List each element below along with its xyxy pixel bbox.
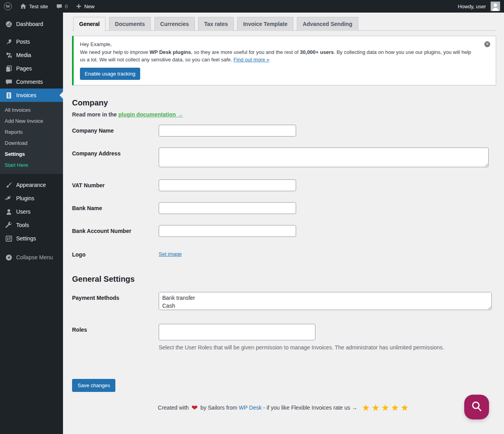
wrench-icon [5,221,13,229]
avatar [491,2,500,11]
submenu-start-here[interactable]: Start Here [0,160,63,171]
submenu-add-new-invoice[interactable]: Add New Invoice [0,116,63,127]
invoice-document-icon [5,91,13,99]
company-form: Company Name Company Address VAT Number … [72,119,496,264]
plus-icon [76,3,82,9]
sidebar-item-posts[interactable]: Posts [0,35,63,48]
tab-tax-rates[interactable]: Tax rates [198,17,233,31]
comments-icon [5,78,13,86]
company-address-textarea[interactable] [159,148,489,167]
company-name-input[interactable] [159,125,296,137]
bank-account-number-row: Bank Account Number [72,220,496,242]
admin-bar-left: W Test site 0 New [0,0,98,13]
howdy-label: Howdy, user [458,4,486,9]
comments-admin-bar-link[interactable]: 0 [52,0,72,13]
find-out-more-link[interactable]: Find out more » [233,57,269,63]
logo-label: Logo [72,249,159,259]
admin-sidebar: Dashboard Posts Media Pages Comments Inv… [0,13,63,434]
new-content-link[interactable]: New [72,0,98,13]
bank-account-number-input[interactable] [159,225,296,237]
sidebar-item-dashboard[interactable]: Dashboard [0,17,63,31]
tab-documents[interactable]: Documents [109,17,151,31]
sidebar-label-settings: Settings [16,235,36,242]
tab-currencies[interactable]: Currencies [154,17,195,31]
usage-tracking-notice: ✕ Hey Example, We need your help to impr… [72,36,496,85]
submenu-reports[interactable]: Reports [0,127,63,138]
site-name-label: Test site [29,4,48,9]
new-label: New [84,4,94,9]
save-changes-button[interactable]: Save changes [72,379,115,392]
help-beacon-button[interactable] [464,395,489,419]
sidebar-label-users: Users [16,209,31,215]
heart-icon: ❤ [191,404,198,412]
settings-tab-bar: General Documents Currencies Tax rates I… [72,17,496,31]
roles-row: Roles Select the User Roles that will be… [72,317,496,357]
company-address-label: Company Address [72,148,159,168]
admin-bar-right: Howdy, user [454,0,504,13]
user-icon [5,208,13,216]
dismiss-notice-icon[interactable]: ✕ [484,41,490,47]
wordpress-logo-menu[interactable]: W [0,0,16,13]
submenu-download[interactable]: Download [0,138,63,149]
roles-multiselect[interactable] [159,324,315,340]
tab-advanced-sending[interactable]: Advanced Sending [297,17,358,31]
payment-methods-row: Payment Methods Bank transfer Cash [72,286,496,317]
bank-name-label: Bank Name [72,202,159,214]
admin-bar: W Test site 0 New Howdy, user [0,0,504,13]
sliders-icon [5,235,13,242]
tab-general[interactable]: General [73,17,106,31]
vat-number-label: VAT Number [72,179,159,191]
wp-desk-link[interactable]: WP Desk [239,404,261,411]
sidebar-item-plugins[interactable]: Plugins [0,192,63,205]
sidebar-label-dashboard: Dashboard [16,21,43,27]
main-content: General Documents Currencies Tax rates I… [63,0,504,434]
set-image-link[interactable]: Set image [159,251,182,257]
enable-usage-tracking-button[interactable]: Enable usage tracking [80,68,140,80]
plugin-documentation-link[interactable]: plugin documentation → [118,111,183,118]
comment-count: 0 [65,4,68,9]
created-with-text: Created with [158,404,189,411]
pages-icon [5,65,13,72]
company-heading: Company [72,98,496,108]
wordpress-logo-icon: W [4,2,12,10]
bank-name-row: Bank Name [72,197,496,220]
sidebar-item-users[interactable]: Users [0,205,63,218]
sidebar-label-media: Media [16,52,31,58]
sidebar-label-appearance: Appearance [16,182,46,188]
sidebar-label-pages: Pages [16,65,32,72]
sidebar-label-tools: Tools [16,222,29,228]
sidebar-item-media[interactable]: Media [0,48,63,62]
submenu-all-invoices[interactable]: All Invoices [0,105,63,116]
sidebar-item-invoices[interactable]: Invoices [0,89,63,102]
tab-invoice-template[interactable]: Invoice Template [237,17,293,31]
payment-methods-label: Payment Methods [72,292,159,311]
invoices-submenu: All Invoices Add New Invoice Reports Dow… [0,102,63,174]
my-account-menu[interactable]: Howdy, user [454,0,504,13]
home-icon [20,3,27,10]
by-sailors-text: by Sailors from [200,404,237,411]
submenu-settings[interactable]: Settings [0,149,63,160]
roles-help-text: Select the User Roles that will be given… [159,344,444,352]
roles-label: Roles [72,324,159,352]
general-settings-heading: General Settings [72,274,496,284]
media-icon [5,51,13,59]
sidebar-item-appearance[interactable]: Appearance [0,178,63,192]
site-name-link[interactable]: Test site [16,0,52,13]
collapse-menu-button[interactable]: Collapse Menu [0,251,63,264]
rate-us-text: - if you like Flexible Invoices rate us … [263,404,357,411]
dashboard-icon [5,20,13,28]
plug-icon [5,194,13,202]
sidebar-label-invoices: Invoices [16,92,36,98]
payment-methods-textarea[interactable]: Bank transfer Cash [159,292,492,310]
bank-name-input[interactable] [159,202,296,214]
sidebar-item-comments[interactable]: Comments [0,75,63,89]
vat-number-input[interactable] [159,179,296,191]
credits-line: Created with ❤ by Sailors from WP Desk -… [72,403,496,413]
vat-number-row: VAT Number [72,174,496,197]
sidebar-item-tools[interactable]: Tools [0,218,63,232]
collapse-menu-label: Collapse Menu [16,254,53,260]
rating-stars[interactable]: ★★★★★ [362,403,410,413]
sidebar-item-pages[interactable]: Pages [0,62,63,75]
sidebar-item-settings[interactable]: Settings [0,232,63,245]
general-settings-form: Payment Methods Bank transfer Cash Roles… [72,286,496,357]
